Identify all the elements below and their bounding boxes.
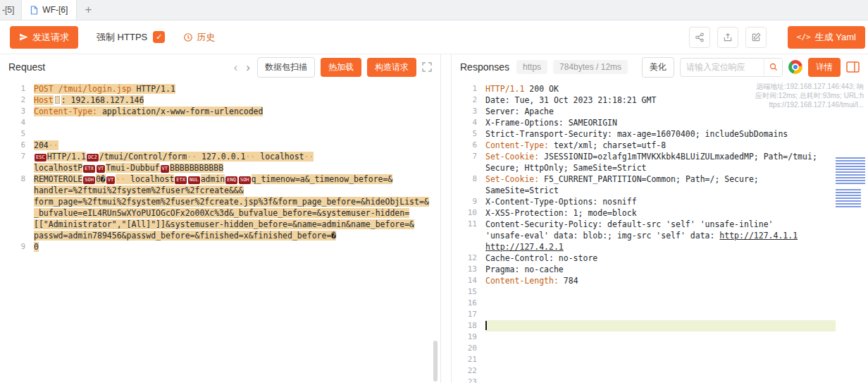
code-line: 18 [452,320,868,332]
new-tab-button[interactable]: + [77,0,99,20]
line-number: 4 [452,117,477,128]
edit-button[interactable] [745,27,767,48]
code-line: 90 [0,241,440,253]
send-request-button[interactable]: 发送请求 [10,26,78,49]
packet-scan-button[interactable]: 数据包扫描 [257,57,315,78]
line-number [0,219,25,230]
code-line: 5 [0,128,440,140]
send-request-label: 发送请求 [32,31,69,44]
code-line: localhostPETXVTTmui-DubbufVTBBBBBBBBBBB [0,162,440,174]
export-button[interactable] [717,27,738,48]
line-number: 15 [452,286,477,298]
line-number: 8 [0,174,25,185]
tab-active[interactable]: WF-[6] [22,0,77,20]
line-number: 1 [452,83,477,95]
control-char-badge: DC2 [87,154,99,162]
code-line: 16 [452,298,868,309]
main-toolbar: 发送请求 强制 HTTPS ✓ 历史 </> 生成 Yaml [0,20,868,54]
line-number [452,241,477,253]
control-char-badge: SOH [83,176,95,184]
prev-request-button[interactable]: ‹ [232,61,240,73]
details-button[interactable]: 详情 [808,58,841,77]
code-text: localhostPETXVTTmui-DubbufVTBBBBBBBBBBB [34,162,223,174]
code-line: 15 [452,286,868,298]
history-button[interactable]: 历史 [183,31,215,44]
line-number [452,230,477,241]
search-box [680,58,783,77]
beautify-button[interactable]: 美化 [642,57,674,78]
size-time-chip: 784bytes / 12ms [553,60,628,74]
line-number: 6 [0,140,25,151]
line-number [0,207,25,219]
tab-bar: -[5] WF-[6] + [0,0,868,20]
search-icon[interactable] [764,59,782,76]
code-text: Content-Type: application/x-www-form-url… [34,106,263,117]
share-button[interactable] [689,27,710,48]
line-number: 7 [452,151,477,162]
next-request-button[interactable]: › [244,61,252,73]
line-number: 5 [452,128,477,140]
control-char-badge: ENQ [225,176,237,184]
code-text: Strict-Transport-Security: max-age=16070… [485,128,788,140]
control-char-badge: VT [106,176,115,184]
code-text: Content-Length: 784 [485,275,578,286]
code-line: form_page=%2ftmui%2fsystem%2fuser%2fcrea… [0,196,440,207]
minimap[interactable] [836,157,867,209]
code-line: 11Content-Security-Policy: default-src '… [452,219,868,230]
code-text: Pragma: no-cache [485,264,564,275]
code-line: Secure; HttpOnly; SameSite=Strict [452,162,868,174]
force-https-checkbox[interactable]: ✓ [153,31,165,43]
request-editor[interactable]: 1POST /tmui/login.jsp HTTP/1.12Host: 192… [0,80,440,383]
code-line: 12Cache-Control: no-store [452,253,868,264]
search-input[interactable] [681,62,764,72]
code-line: http://127.4.2.1 [452,241,868,253]
request-panel: Request ‹ › 数据包扫描 热加载 构造请求 1POST /tmui/l… [0,54,441,383]
code-text [485,320,836,332]
generate-yaml-button[interactable]: </> 生成 Yaml [788,26,865,49]
layout-icon[interactable] [846,61,860,73]
control-char-badge: ESC [35,154,46,162]
force-https-toggle[interactable]: 强制 HTTPS ✓ [97,31,165,44]
fullscreen-icon[interactable] [422,62,432,72]
line-number: 10 [452,207,477,219]
code-text: Content-Type: text/xml; charset=utf-8 [485,140,666,151]
code-line: _bufvalue=eIL4RUnSwXYoPUIOGcOFx2o00Xc%3d… [0,207,440,219]
code-line: 8Set-Cookie: F5_CURRENT_PARTITION=Common… [452,174,868,185]
response-panel-header: Responses https 784bytes / 12ms 美化 详情 [452,54,868,80]
control-char-badge: VT [97,165,105,173]
code-text: 0 [34,241,39,253]
line-number: 2 [452,95,477,106]
code-line: 'unsafe-eval' data: blob:; img-src 'self… [452,230,868,241]
code-icon: </> [797,32,811,42]
code-line: 7Set-Cookie: JSESSIONID=ozlafg1mTMVKXkbk… [452,151,868,162]
code-line: 8REMOTEROLESOH0�VT·· localhostETXNULadmi… [0,174,440,185]
line-number [0,162,25,174]
line-number: 20 [452,343,477,354]
code-line: SameSite=Strict [452,185,868,196]
tab-active-label: WF-[6] [42,5,68,15]
chrome-icon[interactable] [788,60,802,74]
code-line: 2Host: 192.168.127.146 [0,95,440,106]
response-editor[interactable]: 远端地址:192.168.127.146:443; 响 应时间:12ms; 总耗… [452,80,868,383]
control-char-badge: VT [161,165,169,173]
line-number [452,162,477,174]
hot-reload-button[interactable]: 热加载 [321,58,361,77]
generate-yaml-label: 生成 Yaml [815,31,856,44]
code-text: Set-Cookie: JSESSIONID=ozlafg1mTMVKXkbk4… [485,151,817,162]
response-meta-line: 远端地址:192.168.127.146:443; 响 [755,82,864,91]
code-text: [["Administrator","[All]"]]&systemuser-h… [34,219,414,230]
line-number: 8 [452,174,477,185]
code-text: REMOTEROLESOH0�VT·· localhostETXNULadmin… [34,174,392,185]
code-text: Host: 192.168.127.146 [34,95,144,106]
response-header-actions: 美化 详情 [642,57,860,78]
line-number: 11 [452,219,477,230]
code-text: SameSite=Strict [485,185,559,196]
code-text: 204·· [34,140,58,151]
request-panel-header: Request ‹ › 数据包扫描 热加载 构造请求 [0,54,440,80]
tab-partial[interactable]: -[5] [0,0,22,20]
line-number: 13 [452,264,477,275]
code-text: X-XSS-Protection: 1; mode=block [485,207,637,219]
request-scrollbar[interactable] [433,341,438,382]
control-char-badge: ETX [83,165,95,173]
build-request-button[interactable]: 构造请求 [367,58,416,77]
